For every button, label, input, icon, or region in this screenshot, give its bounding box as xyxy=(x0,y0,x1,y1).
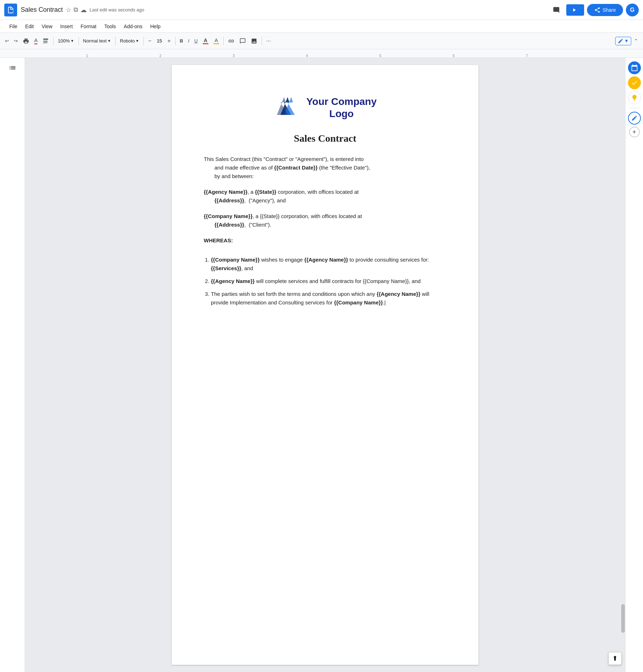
address-placeholder-1: {{Address}}, xyxy=(214,197,246,203)
toolbar-sep-7 xyxy=(262,37,262,45)
toolbar-sep-4 xyxy=(143,37,144,45)
list2-agency: {{Agency Name}} xyxy=(211,278,255,284)
list1-company: {{Company Name}} xyxy=(211,257,260,263)
underline-button[interactable]: U xyxy=(192,37,200,45)
font-dropdown[interactable]: Roboto ▼ xyxy=(118,37,141,45)
contract-date-placeholder: {{Contract Date}} xyxy=(274,165,318,171)
whereas-list: {{Company Name}} wishes to engage {{Agen… xyxy=(211,256,446,307)
share-label: Share xyxy=(603,7,616,13)
scrollbar-track[interactable] xyxy=(621,601,625,672)
folder-icon[interactable]: ⧉ xyxy=(74,6,78,14)
redo-button[interactable]: ↪ xyxy=(12,37,20,45)
scrollbar-thumb[interactable] xyxy=(621,604,625,633)
right-sidebar: + xyxy=(625,58,643,672)
rs-separator xyxy=(629,108,640,108)
agency-paragraph: {{Agency Name}}, a {{State}} corporation… xyxy=(204,188,446,205)
list1-services: {{Services}} xyxy=(211,265,241,271)
list1-agency: {{Agency Name}} xyxy=(304,257,348,263)
list-item-3: The parties wish to set forth the terms … xyxy=(211,290,446,307)
list-item-2: {{Agency Name}} will complete services a… xyxy=(211,277,446,286)
bold-button[interactable]: B xyxy=(178,37,185,45)
toolbar-sep-3 xyxy=(115,37,116,45)
address-placeholder-2: {{Address}}, xyxy=(214,222,246,228)
menu-help[interactable]: Help xyxy=(147,22,164,31)
app-icon xyxy=(4,4,17,16)
more-options-button[interactable]: ⋯ xyxy=(264,37,273,45)
menu-edit[interactable]: Edit xyxy=(22,22,37,31)
zoom-dropdown[interactable]: 100% ▼ xyxy=(56,37,76,45)
state-placeholder-1: {{State}} xyxy=(255,189,276,195)
tasks-icon[interactable] xyxy=(628,76,641,89)
outline-icon[interactable] xyxy=(6,61,19,74)
list3-company: {{Company Name}} xyxy=(334,299,383,305)
font-color-button[interactable]: A xyxy=(201,36,211,46)
toolbar-sep-2 xyxy=(79,37,79,45)
document-page: Your CompanyLogo Sales Contract This Sal… xyxy=(172,65,479,665)
user-avatar[interactable]: G xyxy=(626,4,639,16)
rs-add-button[interactable]: + xyxy=(629,127,640,137)
document-body[interactable]: This Sales Contract (this "Contract" or … xyxy=(204,155,446,307)
company-paragraph: {{Company Name}}, a {{State}} corporatio… xyxy=(204,212,446,229)
list-item-1: {{Company Name}} wishes to engage {{Agen… xyxy=(211,256,446,273)
intro-indent: and made effective as of {{Contract Date… xyxy=(214,163,446,181)
menu-tools[interactable]: Tools xyxy=(101,22,120,31)
link-button[interactable] xyxy=(226,36,237,46)
italic-button[interactable]: I xyxy=(186,37,192,45)
company-logo-icon xyxy=(273,94,302,122)
comment-button[interactable] xyxy=(549,3,563,17)
menu-addons[interactable]: Add-ons xyxy=(120,22,146,31)
whereas-heading: WHEREAS: xyxy=(204,236,446,245)
doc-content-title: Sales Contract xyxy=(204,133,446,144)
style-dropdown[interactable]: Normal text ▼ xyxy=(81,37,113,45)
collapse-button[interactable]: ⌃ xyxy=(632,37,640,45)
logo-text: Your CompanyLogo xyxy=(306,96,376,120)
toolbar-sep-5 xyxy=(175,37,176,45)
intro-text: This Sales Contract (this "Contract" or … xyxy=(204,156,364,162)
menu-file[interactable]: File xyxy=(6,22,21,31)
intro-paragraph: This Sales Contract (this "Contract" or … xyxy=(204,155,446,181)
star-icon[interactable]: ☆ xyxy=(66,6,71,14)
menu-insert[interactable]: Insert xyxy=(57,22,76,31)
agency-name-placeholder: {{Agency Name}} xyxy=(204,189,248,195)
expand-panel-button[interactable]: ⬆ xyxy=(608,652,622,665)
highlight-button[interactable]: A xyxy=(211,36,221,46)
calendar-icon[interactable] xyxy=(628,61,641,74)
font-size-value[interactable]: 15 xyxy=(155,38,164,44)
share-button[interactable]: Share xyxy=(587,4,623,16)
image-button[interactable] xyxy=(249,36,259,46)
font-size-plus[interactable]: + xyxy=(165,37,173,45)
list3-agency: {{Agency Name}} xyxy=(376,291,420,297)
comment-insert-button[interactable] xyxy=(237,36,248,46)
document-area[interactable]: Your CompanyLogo Sales Contract This Sal… xyxy=(25,58,625,672)
font-size-minus[interactable]: − xyxy=(146,37,154,45)
undo-button[interactable]: ↩ xyxy=(3,37,11,45)
menu-view[interactable]: View xyxy=(38,22,56,31)
pen-button[interactable]: ▼ xyxy=(615,37,631,45)
last-edit: Last edit was seconds ago xyxy=(90,7,144,12)
keep-icon[interactable] xyxy=(628,91,641,104)
spellcheck-button[interactable]: A xyxy=(32,36,40,46)
whereas-text: WHEREAS: xyxy=(204,237,233,243)
font-size-control: − 15 + xyxy=(146,37,173,45)
paint-format-button[interactable] xyxy=(40,36,51,46)
print-button[interactable] xyxy=(21,36,31,46)
present-button[interactable] xyxy=(566,4,584,16)
toolbar-sep-6 xyxy=(223,37,224,45)
ruler: 1 2 3 4 5 6 7 xyxy=(0,49,643,58)
doc-title[interactable]: Sales Contract xyxy=(21,6,63,14)
cloud-icon[interactable]: ☁ xyxy=(80,6,87,14)
company-name-placeholder-1: {{Company Name}} xyxy=(204,213,253,219)
menu-format[interactable]: Format xyxy=(77,22,100,31)
toolbar-sep-1 xyxy=(53,37,54,45)
rs-pencil-icon[interactable] xyxy=(628,112,641,125)
logo-area: Your CompanyLogo xyxy=(204,94,446,122)
left-sidebar xyxy=(0,58,25,672)
